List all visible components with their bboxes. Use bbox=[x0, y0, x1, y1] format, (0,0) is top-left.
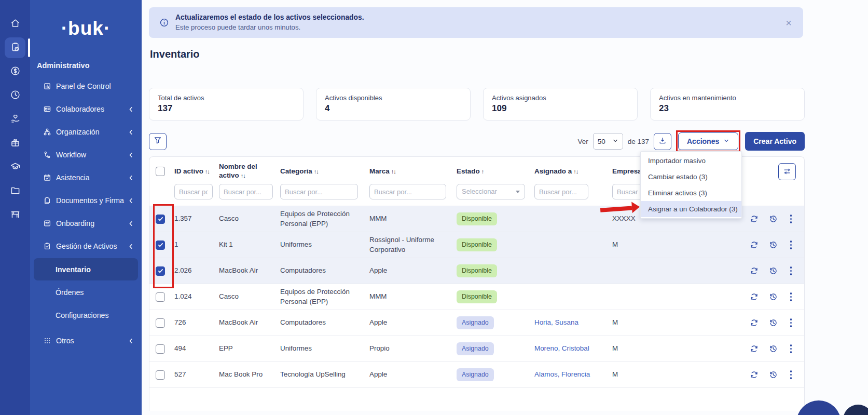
assignee-link[interactable]: Moreno, Cristobal bbox=[534, 344, 589, 352]
search-filter-input[interactable] bbox=[219, 184, 273, 199]
dollar-circle-rail-item[interactable] bbox=[5, 61, 25, 82]
search-filter-input[interactable] bbox=[280, 184, 358, 199]
archive-shelf-rail-item[interactable] bbox=[5, 205, 25, 225]
sync-icon[interactable] bbox=[750, 240, 759, 249]
sidebar-subitem-inventario[interactable]: Inventario bbox=[34, 258, 138, 280]
history-icon[interactable] bbox=[769, 266, 778, 275]
crear-activo-button[interactable]: Crear Activo bbox=[745, 132, 805, 151]
folder-rail-item[interactable] bbox=[5, 181, 25, 202]
download-button[interactable] bbox=[654, 133, 671, 150]
menu-item[interactable]: Cambiar estado (3) bbox=[641, 169, 741, 185]
sidebar-subitem-ordenes[interactable]: Órdenes bbox=[34, 281, 138, 303]
checkbox-cell bbox=[156, 344, 174, 354]
sidebar-item-gestion-de-activos[interactable]: Gestión de Activos bbox=[30, 235, 142, 258]
kebab-menu-icon[interactable] bbox=[788, 343, 794, 354]
cell-name: Casco bbox=[219, 214, 280, 223]
cell-brand: Apple bbox=[369, 318, 457, 327]
row-checkbox[interactable] bbox=[156, 370, 165, 380]
column-header[interactable]: Categoría↑↓ bbox=[280, 167, 369, 176]
row-checkbox[interactable] bbox=[156, 215, 165, 224]
row-checkbox[interactable] bbox=[156, 240, 165, 250]
search-filter-input[interactable] bbox=[174, 184, 213, 199]
column-header[interactable]: Nombre del activo↑↓ bbox=[219, 163, 280, 180]
row-checkbox[interactable] bbox=[156, 318, 165, 328]
clock-rail-item[interactable] bbox=[5, 85, 25, 106]
caret-down-icon bbox=[516, 191, 520, 193]
search-filter-input[interactable] bbox=[369, 184, 446, 199]
sidebar-item-otros[interactable]: Otros bbox=[30, 329, 142, 352]
kebab-menu-icon[interactable] bbox=[788, 213, 794, 224]
search-filter-input[interactable] bbox=[534, 184, 588, 199]
filter-button[interactable] bbox=[149, 133, 167, 150]
page-size-select[interactable]: 50 bbox=[593, 133, 623, 150]
acciones-button[interactable]: Acciones bbox=[678, 132, 738, 150]
close-icon[interactable]: × bbox=[786, 18, 792, 28]
column-header[interactable]: Marca↑↓ bbox=[369, 167, 457, 176]
sync-icon[interactable] bbox=[750, 318, 759, 327]
stat-card: Activos asignados109 bbox=[483, 88, 638, 121]
sidebar-item-asistencia[interactable]: Asistencia bbox=[30, 166, 142, 189]
hand-heart-rail-item[interactable] bbox=[5, 109, 25, 130]
assignee-link[interactable]: Alamos, Florencia bbox=[534, 370, 590, 378]
menu-item[interactable]: Asignar a un Colaborador (3) bbox=[641, 201, 741, 217]
column-label: Marca bbox=[369, 167, 390, 175]
sync-icon[interactable] bbox=[750, 370, 759, 379]
history-icon[interactable] bbox=[769, 292, 778, 301]
buk-logo: ·buk· bbox=[30, 0, 142, 54]
row-checkbox[interactable] bbox=[156, 292, 165, 302]
column-header[interactable]: Estado↑ bbox=[457, 167, 534, 176]
status-badge: Disponible bbox=[457, 264, 497, 277]
sync-icon[interactable] bbox=[750, 292, 759, 301]
table-row: 1.024CascoEquipos de Protección Personal… bbox=[149, 284, 804, 310]
column-settings-button[interactable] bbox=[778, 163, 796, 180]
cell-id: 527 bbox=[174, 370, 219, 379]
clipboard-clock-icon bbox=[10, 42, 21, 55]
app-window: ·buk· Administrativo Panel de ControlCol… bbox=[0, 0, 868, 415]
estado-filter-select[interactable]: Seleccionar bbox=[457, 184, 525, 199]
chevron-left-icon bbox=[128, 197, 134, 204]
row-checkbox[interactable] bbox=[156, 266, 165, 276]
history-icon[interactable] bbox=[769, 318, 778, 327]
kebab-menu-icon[interactable] bbox=[788, 369, 794, 380]
clipboard-clock-rail-item[interactable] bbox=[5, 37, 25, 58]
select-all-checkbox[interactable] bbox=[156, 167, 165, 176]
column-header[interactable]: Asignado a↑↓ bbox=[534, 167, 612, 176]
info-icon bbox=[159, 18, 169, 28]
graduation-cap-rail-item[interactable] bbox=[5, 157, 25, 178]
sync-icon[interactable] bbox=[750, 344, 759, 353]
kebab-menu-icon[interactable] bbox=[788, 291, 794, 302]
table-row: 527Mac Book ProTecnología UpSellingApple… bbox=[149, 362, 804, 387]
kebab-menu-icon[interactable] bbox=[788, 317, 794, 328]
sidebar-item-panel-de-control[interactable]: Panel de Control bbox=[30, 75, 142, 98]
stat-value: 23 bbox=[659, 103, 796, 114]
cell-category: Tecnología UpSelling bbox=[280, 370, 369, 379]
home-rail-item[interactable] bbox=[5, 14, 25, 34]
gift-box-icon bbox=[10, 137, 21, 150]
stat-label: Activos disponibles bbox=[325, 94, 462, 102]
history-icon[interactable] bbox=[769, 370, 778, 379]
sync-icon[interactable] bbox=[750, 215, 759, 223]
page-title: Inventario bbox=[150, 48, 868, 62]
sidebar-item-onboarding[interactable]: Onboarding bbox=[30, 212, 142, 235]
sidebar-subitem-configuraciones[interactable]: Configuraciones bbox=[34, 304, 138, 326]
gift-box-rail-item[interactable] bbox=[5, 133, 25, 154]
menu-item[interactable]: Importador masivo bbox=[641, 153, 741, 169]
kebab-menu-icon[interactable] bbox=[788, 239, 794, 250]
menu-item[interactable]: Eliminar activos (3) bbox=[641, 185, 741, 201]
sidebar-item-colaboradores[interactable]: Colaboradores bbox=[30, 98, 142, 121]
assignee-link[interactable]: Horia, Susana bbox=[534, 318, 578, 326]
sidebar-item-documentos-y-firma[interactable]: Documentos y Firma bbox=[30, 189, 142, 212]
stat-card: Activos en mantenimiento23 bbox=[650, 88, 805, 121]
cell-category: Equipos de Protección Personal (EPP) bbox=[280, 287, 369, 306]
sidebar-item-organizacion[interactable]: Organización bbox=[30, 121, 142, 143]
row-checkbox[interactable] bbox=[156, 344, 165, 354]
secondary-fab[interactable] bbox=[843, 405, 868, 415]
row-actions bbox=[670, 317, 798, 328]
sidebar-item-workflow[interactable]: Workflow bbox=[30, 143, 142, 166]
sync-icon[interactable] bbox=[750, 266, 759, 275]
history-icon[interactable] bbox=[769, 344, 778, 353]
history-icon[interactable] bbox=[769, 215, 778, 223]
kebab-menu-icon[interactable] bbox=[788, 265, 794, 276]
column-header[interactable]: ID activo↑↓ bbox=[174, 167, 219, 176]
history-icon[interactable] bbox=[769, 240, 778, 249]
